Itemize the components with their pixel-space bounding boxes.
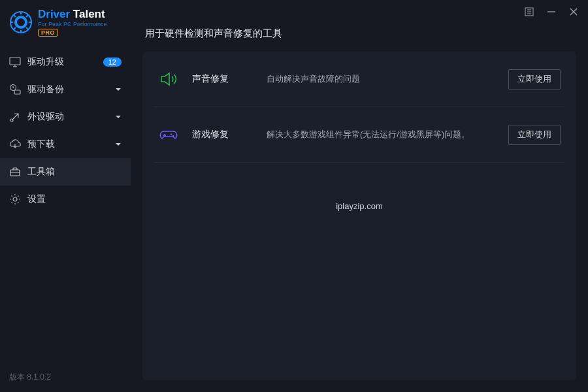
usb-icon	[9, 111, 21, 123]
tool-desc: 自动解决声音故障的问题	[251, 73, 508, 85]
nav-predownload[interactable]: 预下载	[0, 131, 131, 158]
svg-line-6	[26, 27, 28, 29]
svg-point-27	[172, 135, 174, 137]
nav: 驱动升级 12 驱动备份 外设驱动 预下载 工具箱	[0, 48, 131, 213]
chevron-down-icon	[115, 114, 122, 120]
svg-line-7	[14, 27, 16, 29]
nav-label: 外设驱动	[27, 111, 115, 123]
nav-driver-backup[interactable]: 驱动备份	[0, 76, 131, 103]
tool-game-repair: 游戏修复 解决大多数游戏组件异常(无法运行/游戏黑屏等)问题。 立即使用	[154, 107, 564, 163]
watermark: iplayzip.com	[336, 201, 383, 211]
monitor-icon	[9, 56, 21, 68]
close-icon[interactable]	[568, 7, 579, 17]
titlebar	[131, 0, 588, 24]
nav-toolbox[interactable]: 工具箱	[0, 158, 131, 186]
gamepad-icon	[158, 124, 179, 145]
minimize-icon[interactable]	[546, 7, 557, 17]
tool-desc: 解决大多数游戏组件异常(无法运行/游戏黑屏等)问题。	[251, 129, 508, 140]
tool-sound-repair: 声音修复 自动解决声音故障的问题 立即使用	[154, 52, 564, 107]
svg-line-5	[14, 15, 16, 17]
nav-settings[interactable]: 设置	[0, 186, 131, 213]
chevron-down-icon	[115, 141, 122, 148]
clock-disk-icon	[9, 84, 21, 95]
svg-point-0	[10, 12, 31, 33]
speaker-icon	[158, 69, 179, 90]
nav-label: 工具箱	[27, 166, 122, 178]
brand-subtitle: For Peak PC Performance	[38, 21, 107, 27]
chevron-down-icon	[115, 86, 122, 93]
svg-point-16	[13, 197, 17, 201]
version-label: 版本 8.1.0.2	[0, 363, 131, 392]
page-title: 用于硬件检测和声音修复的工具	[142, 27, 576, 40]
toolbox-icon	[9, 166, 21, 178]
update-count-badge: 12	[103, 57, 122, 67]
tools-panel: 声音修复 自动解决声音故障的问题 立即使用 游戏修复 解决大多数游戏组件异常(无…	[142, 52, 576, 380]
tool-name: 声音修复	[192, 73, 251, 85]
nav-driver-update[interactable]: 驱动升级 12	[0, 48, 131, 76]
brand-title: Driver Talent	[38, 8, 107, 21]
nav-peripheral[interactable]: 外设驱动	[0, 103, 131, 131]
svg-line-8	[26, 15, 28, 17]
gear-logo-icon	[9, 10, 33, 34]
pro-badge: PRO	[38, 29, 58, 37]
menu-icon[interactable]	[524, 7, 534, 17]
use-now-button[interactable]: 立即使用	[508, 69, 561, 90]
nav-label: 驱动升级	[27, 56, 103, 68]
tool-name: 游戏修复	[192, 129, 251, 140]
cloud-download-icon	[9, 139, 21, 150]
svg-point-26	[171, 133, 172, 135]
sidebar: Driver Talent For Peak PC Performance PR…	[0, 0, 131, 392]
gear-icon	[9, 193, 21, 205]
brand-logo: Driver Talent For Peak PC Performance PR…	[0, 0, 131, 48]
svg-rect-13	[14, 90, 20, 94]
nav-label: 设置	[27, 193, 122, 205]
nav-label: 预下载	[27, 139, 115, 150]
nav-label: 驱动备份	[27, 84, 115, 95]
svg-rect-9	[10, 57, 20, 65]
use-now-button[interactable]: 立即使用	[508, 125, 561, 145]
main: 用于硬件检测和声音修复的工具 声音修复 自动解决声音故障的问题 立即使用 游戏修…	[131, 0, 588, 392]
